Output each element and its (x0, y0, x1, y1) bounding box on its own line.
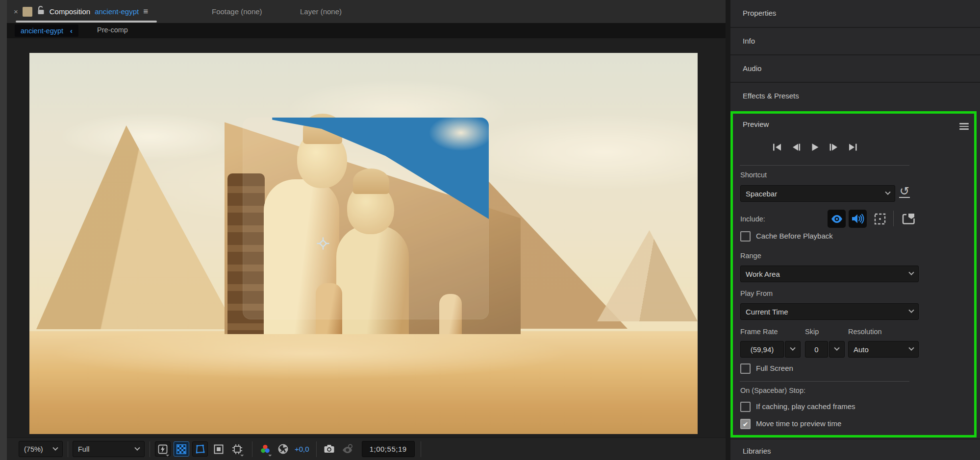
layer-anchor-point-icon[interactable] (317, 237, 329, 250)
preview-panel-highlighted: Preview (730, 111, 977, 437)
play-button[interactable] (811, 143, 819, 151)
tab-composition-label: Composition (50, 7, 90, 16)
precomp-layer-rect[interactable] (243, 118, 489, 319)
preview-panel-menu-icon[interactable] (959, 121, 969, 131)
mercury-transmit-toggle[interactable] (900, 210, 918, 228)
panel-header-info[interactable]: Info (730, 28, 980, 55)
panel-edge-strip (0, 0, 7, 460)
include-overlays-toggle[interactable] (871, 210, 889, 228)
composition-breadcrumb-row: ancient-egypt ‹ Pre-comp (7, 23, 726, 38)
section-divider (740, 165, 909, 166)
panel-header-audio[interactable]: Audio (730, 55, 980, 83)
include-label: Include: (740, 215, 765, 223)
section-divider (740, 381, 909, 382)
resolution-preview-value: Auto (854, 345, 869, 354)
first-frame-button[interactable] (773, 143, 782, 151)
frame-rate-chevron-button[interactable] (785, 341, 801, 358)
range-dropdown[interactable]: Work Area (740, 266, 919, 282)
full-screen-label: Full Screen (756, 364, 793, 372)
chevron-down-icon (790, 345, 795, 351)
next-frame-button[interactable] (829, 143, 838, 151)
viewer-tab-bar: × Composition ancient-egypt ≡ Footage (n… (7, 0, 726, 23)
exposure-value[interactable]: +0,0 (295, 445, 309, 453)
transparency-grid-button[interactable] (174, 441, 189, 457)
skip-value: 0 (814, 345, 818, 354)
shortcut-dropdown[interactable]: Spacebar (740, 185, 895, 202)
chevron-down-icon (908, 345, 914, 351)
chevron-down-icon (834, 345, 839, 351)
resolution-value: Full (78, 445, 89, 453)
grid-guides-button[interactable] (229, 441, 245, 457)
panel-menu-icon[interactable]: ≡ (143, 7, 148, 17)
show-snapshot-eye-icon[interactable] (339, 441, 355, 457)
viewer-toolbar: (75%) Full (7, 437, 726, 460)
resolution-preview-dropdown[interactable]: Auto (848, 341, 919, 358)
toolbar-separator (150, 441, 150, 457)
lock-open-icon[interactable] (37, 6, 45, 17)
shortcut-label: Shortcut (740, 171, 767, 179)
include-video-toggle[interactable] (828, 210, 846, 228)
move-time-label: Move time to preview time (756, 419, 841, 428)
skip-chevron-button[interactable] (829, 341, 845, 358)
on-spacebar-stop-label: On (Spacebar) Stop: (740, 387, 805, 394)
exposure-reset-icon[interactable] (275, 441, 291, 457)
magnification-dropdown[interactable]: (75%) (19, 441, 63, 457)
chevron-down-icon (908, 308, 914, 313)
flyout-triangle (164, 451, 170, 457)
frame-rate-value-box[interactable]: (59,94) (740, 341, 784, 358)
skip-label: Skip (805, 328, 819, 336)
toolbar-separator (421, 441, 421, 457)
fast-previews-button[interactable] (155, 441, 171, 457)
play-from-label: Play From (740, 290, 773, 297)
breadcrumb-current[interactable]: ancient-egypt (21, 27, 63, 35)
panel-header-label: Properties (743, 9, 776, 17)
resolution-dropdown[interactable]: Full (73, 441, 145, 457)
cache-before-playback-checkbox[interactable] (740, 231, 751, 242)
move-time-checkbox[interactable]: ✔ (740, 419, 751, 429)
if-caching-checkbox[interactable] (740, 402, 751, 412)
transport-controls (773, 143, 857, 151)
cache-before-playback-label: Cache Before Playback (756, 232, 833, 240)
tab-layer[interactable]: Layer (none) (300, 0, 342, 23)
panel-header-label: Info (743, 37, 755, 45)
play-from-dropdown[interactable]: Current Time (740, 303, 919, 320)
panel-divider-column[interactable] (726, 0, 730, 460)
panel-divider (730, 438, 980, 439)
preview-panel-title[interactable]: Preview (743, 120, 769, 128)
breadcrumb-current-chip[interactable]: ancient-egypt ‹ (15, 24, 78, 37)
toolbar-separator (316, 441, 317, 457)
close-tab-icon[interactable]: × (14, 7, 18, 16)
timecode-value: 1;00;55;19 (370, 445, 407, 453)
right-panel-stack: Properties Info Audio Effects & Presets … (730, 0, 980, 460)
include-audio-toggle[interactable] (849, 210, 867, 228)
reset-shortcut-icon[interactable]: ↺ (899, 185, 910, 198)
channel-rgb-button[interactable] (257, 441, 273, 457)
panel-header-properties[interactable]: Properties (730, 0, 980, 27)
chevron-down-icon (908, 270, 914, 275)
full-screen-checkbox[interactable] (740, 363, 751, 374)
flyout-triangle (267, 451, 272, 457)
range-label: Range (740, 252, 761, 260)
panel-header-effects-presets[interactable]: Effects & Presets (730, 83, 980, 110)
frame-rate-value: (59,94) (751, 345, 774, 354)
active-tab-underline (16, 21, 157, 23)
region-of-interest-button[interactable] (192, 441, 208, 457)
composition-viewer[interactable] (7, 38, 726, 437)
snapshot-camera-icon[interactable] (322, 441, 337, 457)
after-effects-window: × Composition ancient-egypt ≡ Footage (n… (0, 0, 980, 460)
panel-header-libraries[interactable]: Libraries (743, 447, 771, 455)
magnification-value: (75%) (24, 445, 43, 453)
breadcrumb-parent[interactable]: Pre-comp (97, 26, 128, 34)
panel-color-swatch (23, 7, 32, 17)
composition-canvas[interactable] (29, 53, 698, 434)
previous-frame-button[interactable] (792, 143, 801, 151)
tab-footage[interactable]: Footage (none) (212, 0, 262, 23)
include-separator (893, 211, 894, 226)
tab-composition[interactable]: × Composition ancient-egypt ≡ (9, 0, 152, 23)
last-frame-button[interactable] (848, 143, 857, 151)
toolbar-separator (252, 441, 252, 457)
skip-value-box[interactable]: 0 (805, 341, 828, 358)
chevron-down-icon (52, 445, 58, 450)
current-time-display[interactable]: 1;00;55;19 (362, 441, 415, 457)
title-action-safe-button[interactable] (211, 441, 226, 457)
